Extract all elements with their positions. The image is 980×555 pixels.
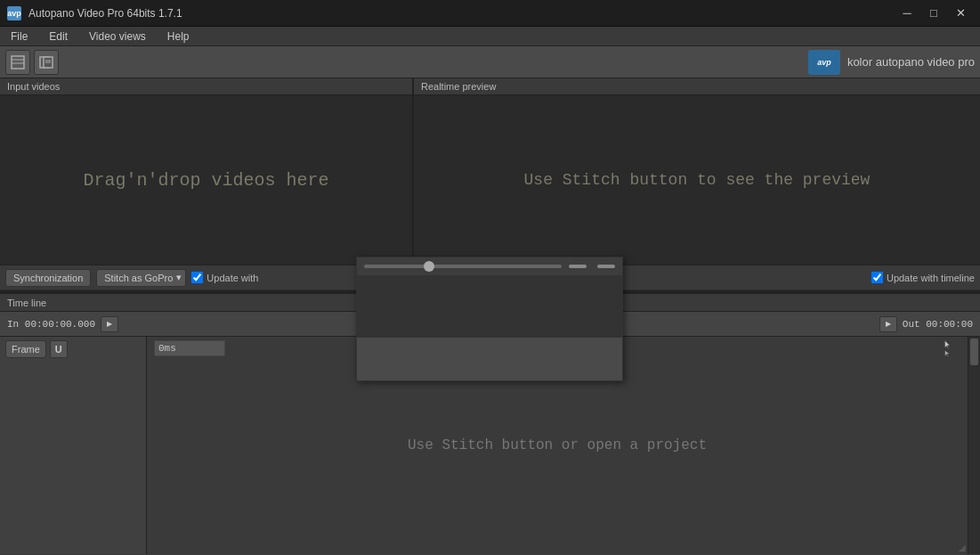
timeline-label: Time line	[7, 298, 46, 308]
track-labels: Frame U	[0, 337, 147, 554]
realtime-preview-header: Realtime preview	[414, 78, 980, 95]
timeline-label: Update with timeline	[887, 273, 975, 283]
menubar: File Edit Video views Help	[0, 27, 980, 46]
svg-marker-7	[945, 340, 950, 348]
minimize-button[interactable]: ─	[895, 4, 919, 22]
brand-logo: avp	[808, 50, 840, 75]
u-button[interactable]: U	[50, 340, 68, 358]
play-out-button[interactable]: ▶	[879, 316, 897, 332]
menu-help[interactable]: Help	[157, 27, 200, 45]
toolbar-btn-1[interactable]	[5, 50, 30, 75]
timeline-checkbox[interactable]	[871, 272, 883, 283]
floating-overlay	[356, 257, 623, 381]
svg-rect-0	[12, 56, 24, 69]
slider-1[interactable]	[364, 265, 562, 268]
menu-file[interactable]: File	[0, 27, 38, 45]
frame-button[interactable]: Frame	[5, 340, 46, 358]
app-title: Autopano Video Pro 64bits 1.7.1	[28, 7, 887, 20]
close-button[interactable]: ✕	[948, 4, 973, 22]
toolbar: avp kolor autopano video pro	[0, 46, 980, 78]
out-time-label: Out 00:00:00	[903, 319, 973, 330]
app-icon: avp	[7, 6, 21, 20]
timeline-checkbox-area: Update with timeline	[871, 272, 975, 283]
dropdown-arrow-icon: ▾	[176, 272, 182, 283]
brand-area: avp kolor autopano video pro	[808, 50, 975, 75]
brand-text: kolor autopano video pro	[847, 55, 975, 69]
preview-content[interactable]: Use Stitch button to see the preview	[414, 95, 980, 265]
menu-video-views[interactable]: Video views	[78, 27, 157, 45]
overlay-dark-area	[357, 275, 622, 338]
play-in-button[interactable]: ▶	[101, 316, 118, 332]
menu-edit[interactable]: Edit	[38, 27, 78, 45]
input-videos-panel: Input videos Drag'n'drop videos here Syn…	[0, 78, 414, 290]
drag-drop-text: Drag'n'drop videos here	[83, 170, 328, 191]
scroll-thumb[interactable]	[970, 339, 978, 365]
update-checkbox-area: Update with	[191, 272, 258, 283]
vertical-scrollbar[interactable]	[968, 337, 980, 554]
window-controls: ─ □ ✕	[895, 4, 973, 22]
toolbar-left	[5, 50, 59, 75]
cursor-icon	[941, 340, 953, 358]
input-videos-content[interactable]: Drag'n'drop videos here	[0, 95, 412, 265]
overlay-controls	[357, 257, 622, 275]
toolbar-btn-2[interactable]	[34, 50, 59, 75]
top-panels: Input videos Drag'n'drop videos here Syn…	[0, 78, 980, 292]
maximize-button[interactable]: □	[921, 4, 946, 22]
svg-marker-8	[945, 351, 950, 357]
input-videos-header: Input videos	[0, 78, 412, 95]
input-videos-controls: Synchronization Stitch as GoPro ▾ Update…	[0, 265, 412, 290]
titlebar: avp Autopano Video Pro 64bits 1.7.1 ─ □ …	[0, 0, 980, 27]
preview-placeholder-text: Use Stitch button to see the preview	[524, 171, 871, 189]
in-time-label: In 00:00:00.000	[7, 319, 95, 330]
synchronization-button[interactable]: Synchronization	[5, 269, 91, 287]
update-checkbox[interactable]	[191, 272, 203, 283]
resize-icon: ◢	[959, 543, 966, 552]
main-area: Input videos Drag'n'drop videos here Syn…	[0, 78, 980, 554]
stitch-dropdown[interactable]: Stitch as GoPro ▾	[96, 269, 186, 287]
track-time: 0ms	[154, 340, 225, 356]
update-label: Update with	[207, 273, 258, 283]
